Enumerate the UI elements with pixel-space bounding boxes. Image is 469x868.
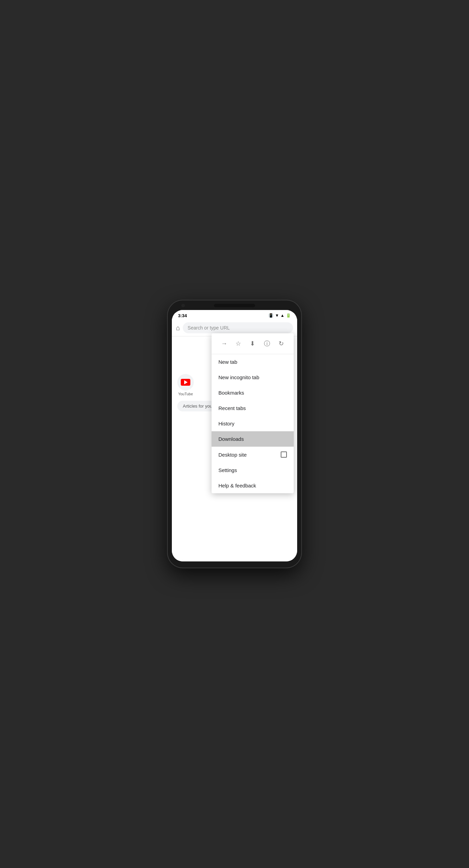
menu-item-recent-tabs-label: Recent tabs (218, 405, 246, 411)
menu-item-desktop-site[interactable]: Desktop site (212, 447, 294, 462)
battery-icon: 🔋 (286, 313, 291, 318)
search-placeholder: Search or type URL (188, 325, 230, 331)
phone-speaker (214, 304, 255, 307)
menu-item-downloads-label: Downloads (218, 436, 244, 442)
youtube-icon (181, 379, 190, 386)
menu-item-bookmarks[interactable]: Bookmarks (212, 385, 294, 400)
menu-item-downloads[interactable]: Downloads (212, 431, 294, 447)
menu-item-help[interactable]: Help & feedback (212, 478, 294, 493)
reload-icon[interactable]: ↻ (276, 338, 287, 349)
youtube-icon-container (177, 374, 194, 390)
youtube-shortcut[interactable]: YouTube (177, 374, 194, 396)
menu-item-history-label: History (218, 421, 234, 426)
menu-item-history[interactable]: History (212, 416, 294, 431)
menu-item-incognito[interactable]: New incognito tab (212, 370, 294, 385)
youtube-label: YouTube (178, 392, 193, 396)
info-icon[interactable]: ⓘ (262, 338, 272, 349)
menu-icons-row: → ☆ ⬇ ⓘ ↻ (212, 333, 294, 354)
bookmark-icon[interactable]: ☆ (233, 338, 244, 349)
menu-item-new-tab[interactable]: New tab (212, 354, 294, 370)
menu-item-settings-label: Settings (218, 467, 237, 473)
menu-item-settings[interactable]: Settings (212, 462, 294, 478)
status-icons: 📳 ▼ ▲ 🔋 (268, 313, 291, 318)
status-time: 3:34 (178, 313, 187, 318)
phone-camera (181, 303, 186, 308)
phone-device: 3:34 📳 ▼ ▲ 🔋 ⌂ Search or type URL (168, 300, 301, 568)
status-bar: 3:34 📳 ▼ ▲ 🔋 (172, 310, 297, 320)
articles-label: Articles for you (183, 404, 212, 409)
home-icon[interactable]: ⌂ (176, 324, 180, 332)
phone-screen: 3:34 📳 ▼ ▲ 🔋 ⌂ Search or type URL (172, 310, 297, 561)
forward-icon[interactable]: → (219, 338, 230, 349)
menu-item-desktop-site-label: Desktop site (218, 452, 247, 458)
browser-content: ⌂ Search or type URL YouTube (172, 320, 297, 561)
download-icon[interactable]: ⬇ (247, 338, 258, 349)
menu-item-recent-tabs[interactable]: Recent tabs (212, 400, 294, 416)
signal-icon: ▲ (280, 313, 284, 318)
menu-item-help-label: Help & feedback (218, 483, 256, 488)
menu-item-new-tab-label: New tab (218, 359, 237, 365)
menu-item-bookmarks-label: Bookmarks (218, 390, 244, 396)
wifi-icon: ▼ (275, 313, 279, 318)
youtube-play-icon (184, 380, 188, 384)
desktop-site-checkbox[interactable] (281, 451, 287, 458)
search-bar[interactable]: Search or type URL (183, 322, 293, 333)
context-menu: → ☆ ⬇ ⓘ ↻ New tab New incognito tab Book… (212, 333, 294, 493)
vibrate-icon: 📳 (268, 313, 274, 318)
menu-item-incognito-label: New incognito tab (218, 374, 259, 380)
